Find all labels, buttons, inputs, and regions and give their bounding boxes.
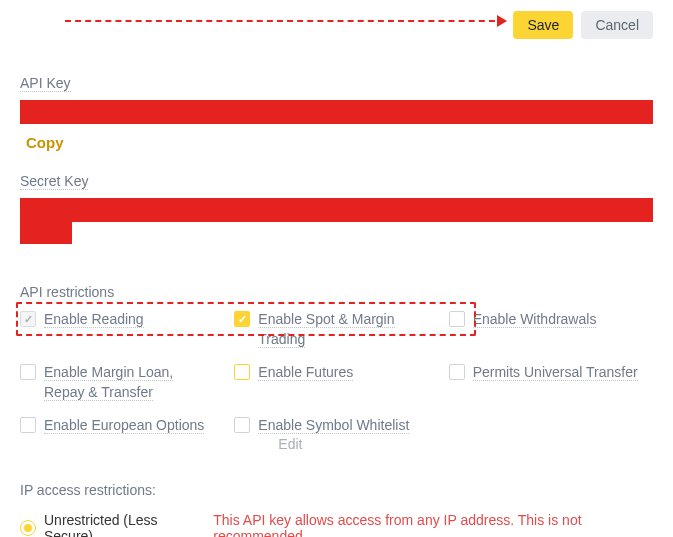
radio-unrestricted-label: Unrestricted (Less Secure) [44, 512, 201, 537]
edit-whitelist-button[interactable]: Edit [278, 436, 302, 452]
restriction-label: Enable Reading [44, 311, 144, 328]
api-key-section: API Key Copy [20, 75, 653, 173]
api-key-label: API Key [20, 75, 71, 92]
checkbox-symbol-whitelist[interactable] [234, 417, 250, 433]
restriction-reading: Enable Reading [20, 310, 224, 349]
checkbox-reading [20, 311, 36, 327]
api-restrictions-title: API restrictions [20, 284, 653, 300]
restriction-universal-transfer: Permits Universal Transfer [449, 363, 653, 402]
secret-key-value-redacted [20, 198, 653, 222]
secret-key-label: Secret Key [20, 173, 88, 190]
secret-key-value-redacted-2 [20, 222, 72, 244]
save-button[interactable]: Save [513, 11, 573, 39]
restriction-symbol-whitelist: Enable Symbol Whitelist Edit [234, 416, 438, 452]
restriction-futures: Enable Futures [234, 363, 438, 402]
restriction-withdrawals: Enable Withdrawals [449, 310, 653, 349]
checkbox-universal-transfer[interactable] [449, 364, 465, 380]
restriction-spot-margin: Enable Spot & Margin Trading [234, 310, 438, 349]
checkbox-futures[interactable] [234, 364, 250, 380]
restriction-label: Enable Symbol Whitelist [258, 417, 409, 434]
arrow-annotation [65, 20, 505, 40]
cancel-button[interactable]: Cancel [581, 11, 653, 39]
restriction-margin-loan: Enable Margin Loan, Repay & Transfer [20, 363, 224, 402]
restriction-label: Enable Futures [258, 364, 353, 381]
copy-api-key-button[interactable]: Copy [26, 134, 64, 151]
checkbox-margin-loan[interactable] [20, 364, 36, 380]
ip-access-title: IP access restrictions: [20, 482, 653, 498]
restriction-label: Enable Margin Loan, Repay & Transfer [44, 364, 173, 401]
restriction-label: Enable European Options [44, 417, 204, 434]
restriction-label: Permits Universal Transfer [473, 364, 638, 381]
api-restrictions-section: API restrictions Enable Reading Enable S… [20, 284, 653, 452]
checkbox-withdrawals[interactable] [449, 311, 465, 327]
ip-access-section: IP access restrictions: Unrestricted (Le… [20, 482, 653, 537]
checkbox-european-options[interactable] [20, 417, 36, 433]
api-key-value-redacted [20, 100, 653, 124]
restriction-label: Enable Spot & Margin Trading [258, 311, 394, 348]
secret-key-section: Secret Key [20, 173, 653, 244]
restriction-european-options: Enable European Options [20, 416, 224, 452]
radio-unrestricted[interactable] [20, 520, 36, 536]
checkbox-spot-margin[interactable] [234, 311, 250, 327]
ip-warning-text: This API key allows access from any IP a… [213, 512, 653, 537]
radio-unrestricted-row[interactable]: Unrestricted (Less Secure) This API key … [20, 512, 653, 537]
restriction-label: Enable Withdrawals [473, 311, 597, 328]
